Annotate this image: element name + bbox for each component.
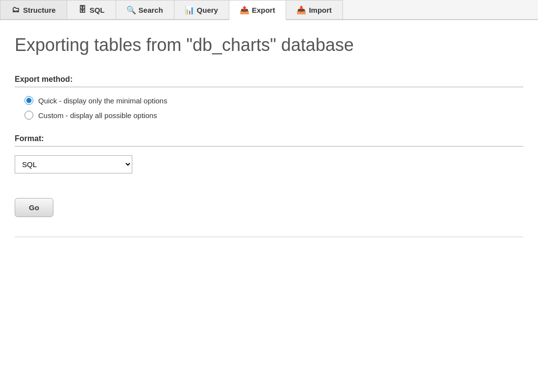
format-section: Format: SQL CSV XML JSON PDF Excel — [15, 134, 523, 173]
export-method-custom-radio[interactable] — [24, 111, 33, 120]
tab-structure-label: Structure — [23, 6, 56, 14]
export-method-quick-radio[interactable] — [24, 96, 33, 105]
export-method-custom-label: Custom - display all possible options — [38, 111, 157, 120]
tab-sql-label: SQL — [90, 6, 105, 14]
export-method-quick-label: Quick - display only the minimal options — [38, 97, 167, 105]
export-method-label: Export method: — [15, 75, 523, 87]
main-content: Exporting tables from "db_charts" databa… — [0, 20, 538, 252]
format-select[interactable]: SQL CSV XML JSON PDF Excel — [15, 155, 132, 173]
export-method-custom[interactable]: Custom - display all possible options — [24, 111, 523, 120]
tab-import[interactable]: 📥 Import — [286, 0, 343, 19]
sql-icon: 🗄 — [78, 5, 87, 14]
query-icon: 📊 — [185, 5, 194, 14]
search-icon: 🔍 — [127, 5, 136, 14]
tab-search-label: Search — [139, 6, 163, 14]
tab-import-label: Import — [309, 6, 332, 14]
tab-structure[interactable]: 🗂 Structure — [0, 0, 67, 19]
tab-query[interactable]: 📊 Query — [174, 0, 229, 19]
export-method-section: Export method: Quick - display only the … — [15, 75, 523, 120]
page-title: Exporting tables from "db_charts" databa… — [15, 35, 523, 55]
bottom-divider — [15, 237, 523, 237]
tab-query-label: Query — [197, 6, 218, 14]
format-label: Format: — [15, 134, 523, 147]
tab-search[interactable]: 🔍 Search — [116, 0, 174, 19]
tab-export[interactable]: 📤 Export — [229, 0, 287, 20]
tab-export-label: Export — [252, 6, 275, 14]
tab-bar: 🗂 Structure 🗄 SQL 🔍 Search 📊 Query 📤 Exp… — [0, 0, 538, 20]
export-icon: 📤 — [240, 5, 249, 14]
export-method-radio-group: Quick - display only the minimal options… — [15, 96, 523, 120]
import-icon: 📥 — [297, 5, 306, 14]
tab-sql[interactable]: 🗄 SQL — [67, 0, 116, 19]
go-button[interactable]: Go — [15, 198, 53, 217]
structure-icon: 🗂 — [11, 5, 20, 14]
export-method-quick[interactable]: Quick - display only the minimal options — [24, 96, 523, 105]
